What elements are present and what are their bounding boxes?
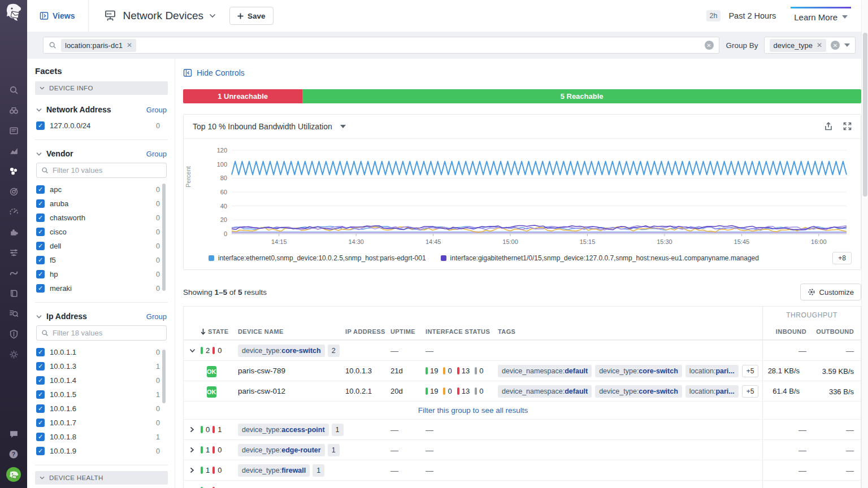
datadog-logo-icon[interactable] bbox=[4, 3, 23, 23]
notebooks-icon[interactable] bbox=[0, 283, 27, 303]
hide-controls-button[interactable]: Hide Controls bbox=[183, 68, 245, 77]
group-by-box[interactable]: device_type ✕ ✕ bbox=[764, 37, 856, 54]
monitors-icon[interactable] bbox=[0, 181, 27, 202]
checkbox-checked[interactable]: ✓ bbox=[36, 185, 45, 194]
device-name-link[interactable]: paris-csw-789 bbox=[238, 367, 345, 375]
infrastructure-icon[interactable] bbox=[0, 161, 27, 181]
checkbox-checked[interactable]: ✓ bbox=[36, 270, 45, 278]
column-state[interactable]: STATE bbox=[201, 328, 238, 335]
pipelines-icon[interactable] bbox=[0, 242, 27, 263]
scrollbar-thumb[interactable] bbox=[162, 184, 166, 291]
scrollbar-thumb[interactable] bbox=[162, 350, 166, 403]
chevron-down-icon[interactable] bbox=[36, 108, 42, 112]
chevron-right-icon[interactable] bbox=[184, 467, 201, 473]
chart-plot-area[interactable]: Percent 02040608010012014:1514:3014:4515… bbox=[184, 139, 861, 251]
facet-value-row[interactable]: ✓10.0.1.90 bbox=[36, 444, 167, 458]
settings-icon[interactable] bbox=[0, 344, 27, 364]
facet-value-row[interactable]: ✓apc0 bbox=[36, 182, 167, 197]
facet-value-row[interactable]: ✓10.0.1.60 bbox=[36, 402, 167, 416]
checkbox-checked[interactable]: ✓ bbox=[36, 213, 45, 222]
group-link[interactable]: Group bbox=[146, 106, 167, 114]
column-tags[interactable]: TAGS bbox=[498, 328, 762, 335]
checkbox-checked[interactable]: ✓ bbox=[36, 121, 45, 130]
facet-value-row[interactable]: ✓10.0.1.31 bbox=[36, 359, 167, 373]
legend-overflow-badge[interactable]: +8 bbox=[832, 252, 852, 264]
chart-title[interactable]: Top 10 % Inbound Bandwidth Utilization bbox=[193, 122, 332, 131]
tags-more-badge[interactable]: +5 bbox=[742, 385, 759, 398]
facet-value-row[interactable]: ✓aruba0 bbox=[36, 197, 167, 211]
chevron-right-icon[interactable] bbox=[184, 426, 201, 433]
tag[interactable]: device_namespace:default bbox=[498, 385, 592, 398]
table-group-row[interactable] bbox=[184, 480, 861, 488]
tag[interactable]: location:pari... bbox=[685, 385, 739, 398]
facet-value-row[interactable]: ✓10.0.1.81 bbox=[36, 430, 167, 444]
events-icon[interactable] bbox=[0, 120, 27, 141]
caret-down-icon[interactable] bbox=[340, 125, 346, 128]
section-device-info[interactable]: DEVICE INFO bbox=[35, 81, 168, 95]
facet-title[interactable]: Vendor bbox=[46, 149, 73, 158]
watchdog-icon[interactable] bbox=[0, 100, 27, 120]
apm-icon[interactable] bbox=[0, 263, 27, 283]
group-tag[interactable]: device_type:edge-router bbox=[238, 444, 325, 456]
checkbox-checked[interactable]: ✓ bbox=[36, 390, 45, 399]
facet-value-row[interactable]: ✓dell0 bbox=[36, 239, 167, 253]
user-avatar[interactable] bbox=[0, 464, 27, 485]
tag[interactable]: device_namespace:default bbox=[498, 365, 592, 377]
security-icon[interactable] bbox=[0, 324, 27, 344]
close-icon[interactable]: ✕ bbox=[127, 42, 132, 49]
column-ip-address[interactable]: IP ADDRESS bbox=[345, 328, 390, 335]
checkbox-checked[interactable]: ✓ bbox=[36, 242, 45, 250]
facet-value-row[interactable]: ✓10.0.1.40 bbox=[36, 373, 167, 387]
search-bar[interactable]: location:paris-dc1 ✕ ✕ bbox=[43, 37, 719, 54]
checkbox-checked[interactable]: ✓ bbox=[36, 362, 45, 371]
vendor-filter-input[interactable] bbox=[36, 163, 167, 178]
facet-value-row[interactable]: ✓10.0.1.10 bbox=[36, 345, 167, 359]
facet-title[interactable]: Network Address bbox=[46, 105, 111, 114]
facet-value-row[interactable]: ✓10.0.1.70 bbox=[36, 416, 167, 430]
table-row[interactable]: OK paris-csw-012 10.0.2.1 20d 19 0 13 0 … bbox=[184, 381, 861, 401]
fullscreen-icon[interactable] bbox=[843, 122, 852, 131]
column-uptime[interactable]: UPTIME bbox=[390, 328, 426, 335]
tag[interactable]: device_type:core-switch bbox=[595, 365, 682, 377]
checkbox-checked[interactable]: ✓ bbox=[36, 433, 45, 441]
group-tag[interactable]: device_type:firewall bbox=[238, 464, 310, 477]
column-device-name[interactable]: DEVICE NAME bbox=[238, 328, 345, 335]
clear-search-icon[interactable]: ✕ bbox=[705, 41, 714, 50]
tags-more-badge[interactable]: +5 bbox=[742, 365, 759, 377]
close-icon[interactable]: ✕ bbox=[817, 42, 822, 49]
table-group-row[interactable]: 2 0 device_type:core-switch 2 — — — — bbox=[184, 340, 861, 360]
column-interface-status[interactable]: INTERFACE STATUS bbox=[426, 328, 498, 335]
facet-title[interactable]: Ip Address bbox=[46, 312, 87, 321]
chevron-right-icon[interactable] bbox=[184, 447, 201, 453]
table-group-row[interactable]: 0 1 device_type:access-point 1 — — — — bbox=[184, 419, 861, 439]
group-link[interactable]: Group bbox=[146, 312, 167, 321]
group-tag[interactable]: device_type:core-switch bbox=[238, 345, 325, 357]
checkbox-checked[interactable]: ✓ bbox=[36, 376, 45, 385]
checkbox-checked[interactable]: ✓ bbox=[36, 199, 45, 208]
device-name-link[interactable]: paris-csw-012 bbox=[238, 387, 345, 395]
time-range-label[interactable]: Past 2 Hours bbox=[728, 11, 776, 20]
checkbox-checked[interactable]: ✓ bbox=[36, 348, 45, 356]
search-input[interactable] bbox=[141, 41, 700, 50]
help-icon[interactable]: ? bbox=[0, 444, 27, 464]
customize-button[interactable]: Customize bbox=[800, 284, 861, 300]
legend-item[interactable]: interface:ethernet0,snmp_device:10.0.2.5… bbox=[209, 254, 426, 262]
group-by-tag[interactable]: device_type ✕ bbox=[770, 39, 826, 52]
checkbox-checked[interactable]: ✓ bbox=[36, 404, 45, 413]
export-icon[interactable] bbox=[824, 122, 833, 131]
scrollbar-thumb[interactable] bbox=[863, 33, 867, 197]
chevron-down-icon[interactable] bbox=[36, 315, 42, 319]
clear-group-by-icon[interactable]: ✕ bbox=[831, 41, 840, 50]
column-inbound[interactable]: INBOUND bbox=[762, 324, 813, 339]
caret-down-icon[interactable] bbox=[844, 43, 850, 47]
page-scrollbar[interactable] bbox=[861, 0, 868, 488]
log-explorer-icon[interactable] bbox=[0, 303, 27, 324]
learn-more-button[interactable]: Learn More bbox=[791, 7, 851, 25]
section-device-health[interactable]: DEVICE HEALTH bbox=[35, 471, 168, 485]
chat-icon[interactable] bbox=[0, 424, 27, 444]
ip-filter-input[interactable] bbox=[36, 325, 167, 341]
checkbox-checked[interactable]: ✓ bbox=[36, 256, 45, 264]
tag[interactable]: location:pari... bbox=[685, 365, 739, 377]
search-icon[interactable] bbox=[0, 80, 27, 100]
checkbox-checked[interactable]: ✓ bbox=[36, 228, 45, 236]
